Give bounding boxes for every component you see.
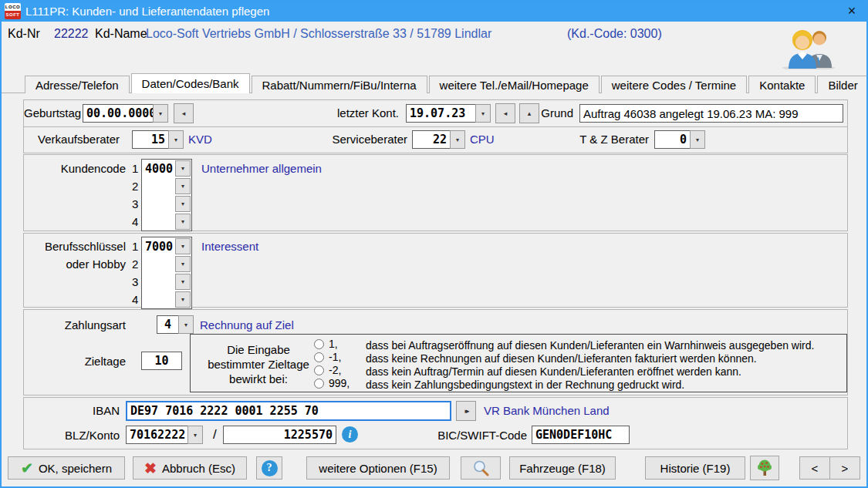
zieltage-info-label: Die Eingabe bestimmter Zieltage bewirkt … [197, 342, 320, 386]
blz-dropdown-icon[interactable]: ▾ [187, 426, 203, 444]
kundencode-dropdown-icon-4[interactable]: ▾ [175, 214, 191, 230]
next-button[interactable]: > [829, 456, 860, 480]
ok-save-button[interactable]: ✔ OK, speichern [8, 456, 125, 480]
vehicles-button[interactable]: Fahrzeuge (F18) [509, 456, 616, 480]
radio-icon[interactable] [314, 352, 324, 362]
kundencode-combo-group: 4000 ▾ ▾ ▾ ▾ [141, 159, 192, 231]
serviceberater-input[interactable]: 22 [412, 130, 451, 149]
letzter-kontakt-input[interactable]: 19.07.23 [406, 104, 476, 123]
verkaufsberater-label: Verkaufsberater [24, 133, 120, 146]
previous-button[interactable]: < [799, 456, 830, 480]
beruf-row: 7000 ▾ [142, 237, 191, 255]
zieltage-option-999[interactable]: 999, [314, 377, 350, 389]
tz-berater-dropdown-icon[interactable]: ▾ [690, 130, 705, 149]
tab-kontakte[interactable]: Kontakte [748, 76, 816, 93]
kundencode-row-number: 3 [132, 197, 138, 210]
letzter-kontakt-dropdown-icon[interactable]: ▾ [475, 104, 491, 123]
check-icon: ✔ [21, 459, 33, 477]
radio-icon[interactable] [314, 339, 324, 349]
kdcode-value: (Kd.-Code: 0300) [567, 27, 662, 41]
tab-rabatt-nummern-fibu-interna[interactable]: Rabatt/Nummern/FiBu/Interna [252, 76, 427, 93]
tz-berater-input[interactable]: 0 [654, 130, 691, 149]
bank-name: VR Bank München Land [484, 404, 610, 417]
kundencode-dropdown-icon-2[interactable]: ▾ [175, 178, 191, 194]
app-window: LOCO SOFT L111PR: Kunden- und Lieferante… [0, 0, 868, 488]
beruf-label-line1: Berufsschlüssel [24, 240, 126, 253]
beruf-label-line2: oder Hobby [24, 257, 126, 271]
zieltage-option-1[interactable]: 1, [314, 338, 338, 350]
geburtstag-dropdown-icon[interactable]: ▾ [153, 104, 168, 123]
magnifier-icon [472, 459, 489, 476]
geburtstag-input[interactable]: 00.00.0000 [83, 104, 154, 123]
zieltage-info-box: Die Eingabe bestimmter Zieltage bewirkt … [190, 334, 847, 392]
beruf-row-number: 4 [132, 293, 138, 306]
geburtstag-back-icon[interactable]: ◂ [174, 103, 194, 123]
section-berater: Verkaufsberater 15 ▾ KVD Serviceberater … [23, 126, 848, 153]
serviceberater-label: Serviceberater [279, 133, 407, 146]
tz-berater-label: T & Z Berater [549, 133, 649, 146]
kundencode-label: Kundencode [24, 162, 126, 175]
cancel-button[interactable]: ✖ Abbruch (Esc) [133, 456, 247, 480]
tab-weitere-codes-termine[interactable]: weitere Codes / Termine [601, 76, 747, 93]
beruf-dropdown-icon-4[interactable]: ▾ [175, 291, 191, 308]
kundencode-row: ▾ [142, 213, 191, 231]
serviceberater-dropdown-icon[interactable]: ▾ [450, 130, 465, 149]
konto-input[interactable]: 1225570 [223, 426, 336, 444]
verkaufsberater-desc: KVD [188, 133, 212, 146]
tab-daten-codes-bank[interactable]: Daten/Codes/Bank [131, 73, 250, 93]
zieltage-option-minus2[interactable]: -2, [314, 364, 341, 376]
zahlungsart-input[interactable]: 4 [157, 315, 179, 334]
tab-bilder[interactable]: Bilder [817, 76, 868, 93]
iban-input[interactable]: DE97 7016 2222 0001 2255 70 [126, 401, 451, 421]
kundencode-row-number: 2 [132, 180, 138, 193]
beruf-row-number: 2 [132, 257, 138, 271]
help-button[interactable]: ? [256, 456, 282, 480]
beruf-dropdown-icon-1[interactable]: ▾ [175, 238, 191, 254]
beruf-input-1[interactable]: 7000 [142, 240, 175, 254]
letzter-kontakt-label: letzter Kont. [255, 106, 399, 119]
search-button[interactable] [461, 456, 501, 480]
kdname-value: Loco-Soft Vertriebs GmbH / Schlosserstra… [146, 27, 491, 41]
tab-bar: Adresse/Telefon Daten/Codes/Bank Rabatt/… [25, 74, 868, 93]
section-bank: IBAN DE97 7016 2222 0001 2255 70 ▸▸ VR B… [23, 397, 848, 449]
kundencode-dropdown-icon-3[interactable]: ▾ [175, 196, 191, 212]
konto-info-icon[interactable]: i [342, 426, 358, 443]
blz-konto-label: BLZ/Konto [24, 429, 120, 442]
kundencode-desc-1: Unternehmer allgemein [201, 162, 322, 175]
loco-soft-logo-icon: LOCO SOFT [5, 3, 21, 19]
zieltage-input[interactable]: 10 [141, 352, 182, 370]
verkaufsberater-input[interactable]: 15 [132, 130, 169, 149]
kundencode-dropdown-icon-1[interactable]: ▾ [175, 160, 191, 177]
geburtstag-label: Geburtstag [24, 106, 79, 119]
beruf-dropdown-icon-3[interactable]: ▾ [175, 274, 191, 290]
kundencode-row: ▾ [142, 177, 191, 195]
close-icon[interactable]: × [840, 3, 863, 19]
verkaufsberater-dropdown-icon[interactable]: ▾ [168, 130, 184, 149]
help-icon: ? [262, 460, 278, 476]
radio-icon[interactable] [314, 379, 324, 389]
zieltage-option-minus1[interactable]: -1, [314, 351, 341, 363]
tree-button[interactable] [750, 456, 779, 480]
blz-konto-separator: / [213, 427, 217, 443]
tab-weitere-tel-email-homepage[interactable]: weitere Tel./eMail/Homepage [429, 76, 599, 93]
more-options-button[interactable]: weitere Optionen (F15) [306, 456, 450, 480]
grund-input[interactable]: Auftrag 46038 angelegt 19.06.23 MA: 999 [579, 104, 843, 123]
kundencode-input-1[interactable]: 4000 [142, 162, 175, 176]
beruf-combo-group: 7000 ▾ ▾ ▾ ▾ [141, 237, 192, 309]
radio-icon[interactable] [314, 365, 324, 375]
kundencode-row: ▾ [142, 195, 191, 213]
tab-adresse-telefon[interactable]: Adresse/Telefon [25, 76, 130, 93]
section-berufsschluessel: Berufsschlüssel oder Hobby 1 2 3 4 7000 … [23, 233, 848, 308]
window-title: L111PR: Kunden- und Lieferantendaten pfl… [25, 5, 269, 18]
beruf-dropdown-icon-2[interactable]: ▾ [175, 256, 191, 272]
blz-input[interactable]: 70162222 [126, 426, 188, 444]
zahlungsart-dropdown-icon[interactable]: ▾ [178, 315, 194, 334]
iban-forward-icon[interactable]: ▸▸ [456, 401, 476, 421]
beruf-row-number: 3 [132, 275, 138, 288]
history-button[interactable]: Historie (F19) [645, 456, 745, 480]
bic-label: BIC/SWIFT-Code [394, 429, 527, 442]
bic-input[interactable]: GEN0DEF10HC [532, 426, 630, 444]
kdnr-value: 22222 [54, 27, 89, 41]
letzter-kontakt-back-icon[interactable]: ◂ [495, 103, 515, 123]
iban-label: IBAN [24, 404, 120, 417]
